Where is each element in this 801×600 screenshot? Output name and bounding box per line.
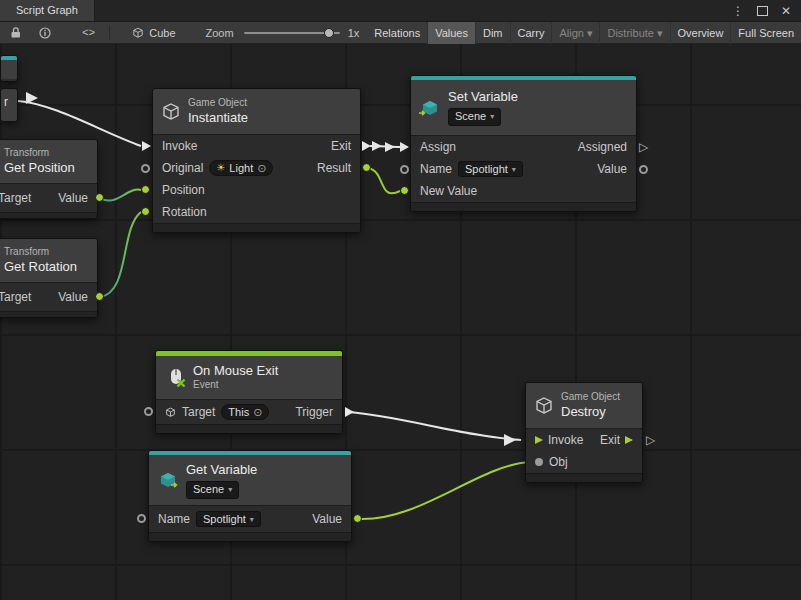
object-field-light[interactable]: ☀ Light ⊙ bbox=[209, 160, 273, 176]
info-icon[interactable] bbox=[34, 22, 56, 44]
node-set-variable[interactable]: Set Variable Scene ▾ Assign Assigned Nam… bbox=[410, 75, 637, 212]
port-getposition-value[interactable] bbox=[95, 193, 104, 202]
relations-button[interactable]: Relations bbox=[367, 22, 427, 44]
node-get-rotation[interactable]: Transform Get Rotation Target Value bbox=[0, 238, 98, 318]
maximize-icon[interactable] bbox=[757, 6, 768, 16]
variable-scope-value: Scene bbox=[455, 110, 486, 124]
close-icon[interactable]: ✕ bbox=[781, 4, 791, 18]
node-title: Get Variable bbox=[186, 462, 257, 478]
obj-port-dot[interactable] bbox=[535, 458, 543, 466]
dim-button[interactable]: Dim bbox=[475, 22, 510, 44]
port-label-invoke: Invoke bbox=[162, 139, 197, 153]
port-label-new-value: New Value bbox=[420, 184, 477, 198]
node-title: Set Variable bbox=[448, 89, 518, 105]
port-onmouseexit-trigger[interactable] bbox=[345, 407, 354, 417]
variable-name-dropdown[interactable]: Spotlight ▾ bbox=[458, 161, 523, 177]
port-label-target: Target bbox=[182, 405, 215, 419]
port-label-result: Result bbox=[317, 161, 351, 175]
zoom-slider-knob[interactable] bbox=[324, 28, 334, 38]
variable-name-value: Spotlight bbox=[203, 513, 246, 525]
port-instantiate-position[interactable] bbox=[141, 185, 150, 194]
node-footer bbox=[156, 424, 342, 433]
port-instantiate-result[interactable] bbox=[362, 163, 371, 172]
port-setvariable-name[interactable] bbox=[400, 165, 409, 174]
port-setvariable-assign[interactable] bbox=[400, 142, 409, 152]
node-group: Game Object bbox=[561, 391, 620, 404]
fullscreen-button[interactable]: Full Screen bbox=[730, 22, 801, 44]
object-picker-icon[interactable]: ⊙ bbox=[257, 163, 266, 174]
node-destroy[interactable]: Game Object Destroy Invoke Exit Obj bbox=[525, 382, 643, 483]
code-view-icon[interactable]: <> bbox=[74, 27, 103, 39]
wire-getvariable-to-obj[interactable] bbox=[358, 462, 530, 519]
port-getvariable-value[interactable] bbox=[353, 514, 362, 523]
mouse-exit-icon bbox=[164, 367, 186, 389]
node-fragment[interactable]: r bbox=[0, 88, 18, 122]
node-title: Get Rotation bbox=[4, 259, 77, 275]
node-title: Get Position bbox=[4, 160, 75, 176]
port-getrotation-value[interactable] bbox=[95, 292, 104, 301]
node-group: Transform bbox=[4, 246, 77, 259]
port-setvariable-assigned[interactable]: ▷ bbox=[639, 141, 648, 153]
variable-scope-value: Scene bbox=[193, 483, 224, 497]
wire-arrowhead bbox=[385, 142, 395, 152]
port-label-obj: Obj bbox=[549, 455, 568, 469]
align-dropdown[interactable]: Align ▾ bbox=[551, 22, 599, 44]
variable-scope-dropdown[interactable]: Scene ▾ bbox=[186, 481, 239, 499]
wire-result-to-newvalue[interactable] bbox=[368, 168, 400, 193]
graph-target[interactable]: Cube bbox=[132, 27, 175, 39]
port-instantiate-rotation[interactable] bbox=[141, 207, 150, 216]
port-label-exit: Exit bbox=[600, 433, 620, 447]
object-picker-icon[interactable]: ⊙ bbox=[253, 407, 262, 418]
variable-icon bbox=[419, 97, 441, 119]
node-footer bbox=[526, 473, 642, 482]
tab-bar: Script Graph ⋮ ✕ bbox=[0, 0, 801, 22]
control-in-arrow-icon[interactable] bbox=[535, 436, 543, 444]
wire-getrotation-to-rotation[interactable] bbox=[100, 212, 141, 297]
variable-scope-dropdown[interactable]: Scene ▾ bbox=[448, 108, 501, 126]
graph-canvas[interactable]: r Transform Get Position Target Value Tr… bbox=[0, 44, 801, 600]
variable-name-dropdown[interactable]: Spotlight ▾ bbox=[196, 511, 261, 527]
port-setvariable-value[interactable] bbox=[639, 165, 648, 174]
wire-arrowhead bbox=[372, 141, 382, 151]
tab-script-graph[interactable]: Script Graph bbox=[0, 0, 95, 21]
wire-trigger-to-destroy-invoke[interactable] bbox=[349, 412, 521, 440]
node-fragment-teal[interactable] bbox=[0, 55, 18, 82]
wire-getposition-to-position[interactable] bbox=[100, 190, 141, 201]
port-label-trigger: Trigger bbox=[295, 405, 333, 419]
port-label-value: Value bbox=[597, 162, 627, 176]
port-label-rotation: Rotation bbox=[162, 205, 207, 219]
variable-icon bbox=[157, 469, 179, 491]
values-button[interactable]: Values bbox=[427, 22, 475, 44]
node-footer bbox=[0, 212, 97, 218]
distribute-dropdown[interactable]: Distribute ▾ bbox=[599, 22, 669, 44]
node-on-mouse-exit[interactable]: On Mouse Exit Event Target This ⊙ Trigge… bbox=[155, 350, 343, 434]
control-out-arrow-icon[interactable] bbox=[625, 436, 633, 444]
node-get-position[interactable]: Transform Get Position Target Value bbox=[0, 139, 98, 219]
port-instantiate-original[interactable] bbox=[141, 164, 150, 173]
port-onmouseexit-target[interactable] bbox=[144, 407, 153, 416]
node-title: Destroy bbox=[561, 404, 620, 420]
overview-button[interactable]: Overview bbox=[670, 22, 731, 44]
node-header: Transform Get Position bbox=[0, 140, 97, 184]
port-label-invoke: Invoke bbox=[548, 433, 583, 447]
port-instantiate-exit[interactable] bbox=[362, 141, 371, 151]
object-field-this[interactable]: This ⊙ bbox=[221, 404, 269, 420]
port-label-value: Value bbox=[312, 512, 342, 526]
port-instantiate-invoke[interactable] bbox=[142, 141, 151, 151]
port-getvariable-name[interactable] bbox=[137, 514, 146, 523]
port-label-original: Original bbox=[162, 161, 203, 175]
kebab-menu-icon[interactable]: ⋮ bbox=[732, 4, 744, 18]
carry-button[interactable]: Carry bbox=[510, 22, 552, 44]
lock-icon[interactable] bbox=[4, 22, 26, 44]
node-instantiate[interactable]: Game Object Instantiate Invoke Exit Orig… bbox=[152, 88, 361, 233]
node-group: Transform bbox=[4, 147, 75, 160]
wires-layer bbox=[0, 44, 801, 600]
port-setvariable-newvalue[interactable] bbox=[400, 186, 409, 195]
node-get-variable[interactable]: Get Variable Scene ▾ Name Spotlight ▾ Va… bbox=[148, 450, 352, 542]
zoom-slider[interactable] bbox=[244, 32, 340, 34]
port-label-name: Name bbox=[158, 512, 190, 526]
node-footer bbox=[411, 202, 636, 211]
graph-target-label: Cube bbox=[149, 27, 175, 39]
port-destroy-exit[interactable]: ▷ bbox=[646, 434, 655, 446]
node-title: On Mouse Exit bbox=[193, 363, 278, 379]
